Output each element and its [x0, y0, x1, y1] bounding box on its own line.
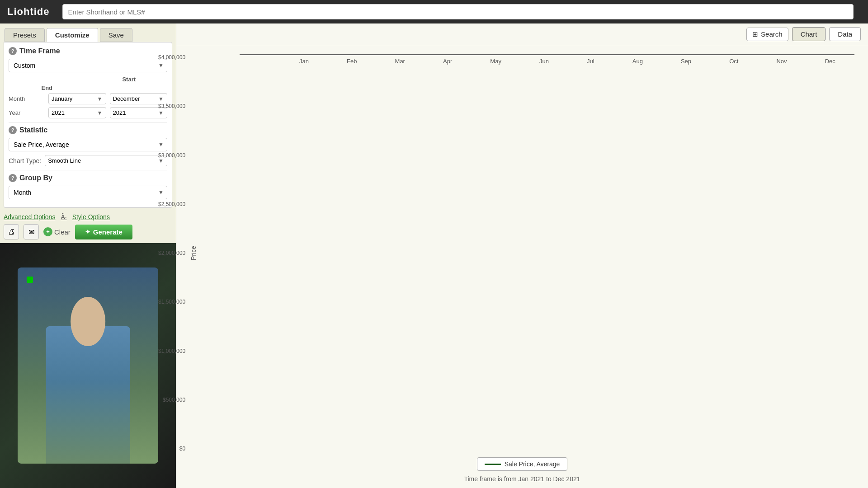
end-label: End	[9, 84, 85, 91]
chart-footer-text: Time frame is from Jan 2021 to Dec 2021	[464, 475, 580, 483]
chart-area: Price $4,000,000 $3,500,000 $3,000,000 $…	[176, 45, 868, 488]
tab-row: Presets Customize Save	[0, 23, 176, 42]
chart-type-label: Chart Type:	[9, 157, 41, 164]
top-search-bar[interactable]	[62, 4, 854, 19]
x-label-mar: Mar	[395, 58, 405, 65]
chart-legend: Sale Price, Average	[190, 452, 854, 473]
y-label-35m: $3,500,000	[158, 103, 185, 109]
print-button[interactable]: 🖨	[4, 224, 19, 239]
generate-star-icon: ✦	[85, 228, 90, 235]
search-label: Search	[761, 30, 783, 38]
y-label-2m: $2,000,000	[158, 250, 185, 256]
x-label-jan: Jan	[299, 58, 309, 65]
statistic-help-icon[interactable]: ?	[9, 126, 17, 134]
y-label-1m: $1,000,000	[158, 348, 185, 354]
advanced-row: Advanced Options Ã· Style Options	[4, 213, 172, 221]
generate-button[interactable]: ✦ Generate	[75, 225, 132, 239]
statistic-dropdown-row: Sale Price, Average Sale Price, Median L…	[9, 138, 167, 151]
x-label-nov: Nov	[776, 58, 787, 65]
time-frame-help-icon[interactable]: ?	[9, 47, 17, 55]
logo: Liohtide	[7, 6, 50, 18]
chart-container: Price $4,000,000 $3,500,000 $3,000,000 $…	[190, 54, 854, 452]
y-labels: $4,000,000 $3,500,000 $3,000,000 $2,500,…	[158, 54, 185, 452]
x-label-oct: Oct	[729, 58, 738, 65]
x-label-jun: Jun	[539, 58, 549, 65]
statistic-select[interactable]: Sale Price, Average Sale Price, Median L…	[9, 138, 167, 151]
chart-type-row: Chart Type: Smooth Line Bar Area ▼	[9, 155, 167, 166]
chart-type-select[interactable]: Smooth Line Bar Area	[45, 155, 167, 166]
start-month-select[interactable]: JanuaryFebruaryMarchApril MayJuneJulyAug…	[48, 93, 106, 104]
green-dot-icon	[27, 277, 33, 283]
action-row: 🖨 ✉ ✦ Clear ✦ Generate	[4, 224, 172, 239]
search-button[interactable]: ⊞ Search	[746, 28, 788, 41]
time-frame-label: Time Frame	[19, 47, 60, 55]
statistic-header: ? Statistic	[9, 126, 167, 134]
chart-footer: Time frame is from Jan 2021 to Dec 2021	[190, 473, 854, 488]
clear-icon: ✦	[43, 227, 52, 236]
left-panel: Presets Customize Save ? Time Frame Cust…	[0, 23, 176, 488]
y-label-0: $0	[158, 446, 185, 452]
x-label-feb: Feb	[347, 58, 357, 65]
top-search-input[interactable]	[68, 8, 848, 16]
clear-button[interactable]: ✦ Clear	[43, 227, 71, 236]
x-labels: Jan Feb Mar Apr May Jun Jul Aug Sep Oct …	[240, 55, 854, 65]
chart-type-dropdown-row: Smooth Line Bar Area ▼	[45, 155, 167, 166]
group-by-help-icon[interactable]: ?	[9, 174, 17, 182]
email-button[interactable]: ✉	[24, 224, 39, 239]
y-label-25m: $2,500,000	[158, 201, 185, 207]
legend-item: Sale Price, Average	[477, 457, 568, 471]
month-row: Month JanuaryFebruaryMarchApril MayJuneJ…	[9, 93, 167, 104]
start-label: Start	[91, 76, 168, 83]
start-year-dropdown-row: 20192020202120222023 ▼	[48, 107, 106, 118]
time-frame-header: ? Time Frame	[9, 47, 167, 55]
print-icon: 🖨	[8, 228, 15, 236]
chart-button[interactable]: Chart	[792, 27, 826, 41]
year-row: Year 20192020202120222023 ▼ 201920202021…	[9, 107, 167, 118]
group-by-header: ? Group By	[9, 174, 167, 182]
legend-label: Sale Price, Average	[505, 460, 560, 468]
y-axis-label: Price	[190, 246, 197, 260]
right-panel: ⊞ Search Chart Data Price $4,000,000 $3,…	[176, 23, 868, 488]
email-icon: ✉	[28, 228, 34, 236]
x-label-jul: Jul	[587, 58, 594, 65]
x-label-sep: Sep	[681, 58, 691, 65]
tab-customize[interactable]: Customize	[47, 28, 98, 42]
a-icon: Ã·	[61, 213, 66, 221]
year-label: Year	[9, 109, 45, 116]
style-options-link[interactable]: Style Options	[72, 213, 110, 221]
date-header-grid: Start End	[9, 76, 167, 91]
search-grid-icon: ⊞	[752, 30, 758, 38]
generate-label: Generate	[93, 228, 123, 236]
start-year-select[interactable]: 20192020202120222023	[48, 107, 106, 118]
filter-area: ? Time Frame Custom ▼ Start End Month	[4, 42, 172, 208]
tab-presets[interactable]: Presets	[5, 28, 45, 42]
data-button[interactable]: Data	[829, 27, 861, 41]
right-toolbar: ⊞ Search Chart Data	[176, 23, 868, 45]
start-month-dropdown-row: JanuaryFebruaryMarchApril MayJuneJulyAug…	[48, 93, 106, 104]
legend-line	[485, 464, 501, 465]
top-bar: Liohtide	[0, 0, 868, 23]
main-layout: Presets Customize Save ? Time Frame Cust…	[0, 23, 868, 488]
statistic-label: Statistic	[19, 126, 47, 134]
group-by-label: Group By	[19, 174, 52, 182]
x-label-may: May	[490, 58, 501, 65]
group-by-dropdown-row: Month Week Quarter Year ▼	[9, 186, 167, 199]
y-label-4m: $4,000,000	[158, 54, 185, 61]
x-label-dec: Dec	[825, 58, 835, 65]
video-person	[18, 267, 158, 464]
time-frame-select[interactable]: Custom	[9, 59, 167, 72]
advanced-options-link[interactable]: Advanced Options	[4, 213, 55, 221]
clear-label: Clear	[54, 228, 71, 236]
y-label-15m: $1,500,000	[158, 299, 185, 305]
time-frame-dropdown-row: Custom ▼	[9, 59, 167, 72]
tab-save[interactable]: Save	[100, 28, 132, 42]
x-label-aug: Aug	[632, 58, 643, 65]
x-label-apr: Apr	[443, 58, 452, 65]
y-label-500k: $500,000	[158, 397, 185, 403]
video-content	[0, 243, 176, 488]
chart-inner	[240, 54, 854, 55]
y-label-3m: $3,000,000	[158, 152, 185, 159]
group-by-select[interactable]: Month Week Quarter Year	[9, 186, 167, 199]
video-thumbnail[interactable]	[0, 243, 176, 488]
month-label: Month	[9, 95, 45, 102]
